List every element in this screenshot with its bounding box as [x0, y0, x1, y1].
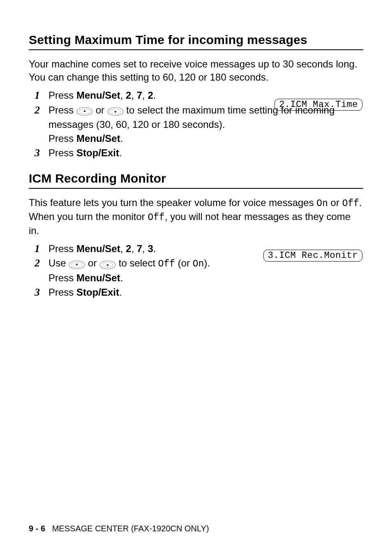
key-7: 7	[137, 243, 142, 254]
up-arrow-icon	[76, 104, 93, 118]
heading-max-time: Setting Maximum Time for incoming messag…	[29, 33, 363, 47]
text: or	[328, 197, 342, 208]
text: (or	[175, 257, 193, 269]
text: Press	[48, 272, 76, 283]
key-7: 7	[137, 90, 142, 101]
key-stopexit: Stop/Exit	[76, 287, 119, 298]
key-menuset: Menu/Set	[76, 90, 120, 101]
page-footer: 9 - 6 MESSAGE CENTER (FAX-1920CN ONLY)	[29, 524, 209, 533]
text: This feature lets you turn the speaker v…	[29, 197, 316, 208]
step-number: 2	[35, 103, 48, 117]
down-arrow-icon	[99, 257, 116, 271]
text: or	[85, 257, 99, 269]
text: to select	[116, 257, 158, 269]
step-3: 3 Press Stop/Exit.	[35, 146, 363, 160]
rule	[29, 49, 363, 50]
page-number: 9 - 6	[29, 524, 45, 533]
text: ).	[204, 257, 210, 269]
intro-icm-monitor: This feature lets you turn the speaker v…	[29, 196, 363, 237]
step-number: 3	[35, 146, 48, 160]
key-stopexit: Stop/Exit	[76, 147, 119, 158]
text: Press	[48, 133, 76, 144]
key-3: 3	[148, 243, 153, 254]
lcd-display-icm-rec-monitr: 3.ICM Rec.Monitr	[263, 250, 362, 262]
key-menuset: Menu/Set	[76, 272, 120, 283]
text: Use	[48, 257, 69, 269]
value-off: Off	[342, 198, 359, 209]
text: Press	[48, 90, 76, 101]
step-number: 2	[35, 256, 48, 270]
up-arrow-icon	[69, 257, 85, 271]
key-menuset: Menu/Set	[76, 133, 120, 144]
step-number: 1	[35, 242, 48, 256]
lcd-display-icm-max-time: 2.ICM Max.Time	[274, 99, 362, 111]
down-arrow-icon	[107, 104, 124, 118]
text: Press	[48, 104, 76, 116]
key-2b: 2	[148, 90, 153, 101]
text: Press	[48, 147, 76, 158]
key-2: 2	[126, 243, 131, 254]
heading-icm-monitor: ICM Recording Monitor	[29, 171, 363, 185]
value-off: Off	[148, 212, 164, 223]
text: or	[93, 104, 107, 116]
intro-max-time: Your machine comes set to receive voice …	[29, 58, 363, 84]
step-3: 3 Press Stop/Exit.	[35, 285, 363, 299]
chapter-title: MESSAGE CENTER (FAX-1920CN ONLY)	[52, 524, 209, 533]
value-off: Off	[158, 259, 175, 269]
rule	[29, 188, 363, 189]
text: Press	[48, 243, 76, 254]
step-number: 1	[35, 88, 48, 102]
key-menuset: Menu/Set	[76, 243, 120, 254]
text: Press	[48, 287, 76, 298]
value-on: On	[193, 259, 204, 269]
step-number: 3	[35, 285, 48, 299]
value-on: On	[316, 198, 328, 209]
key-2: 2	[126, 90, 131, 101]
